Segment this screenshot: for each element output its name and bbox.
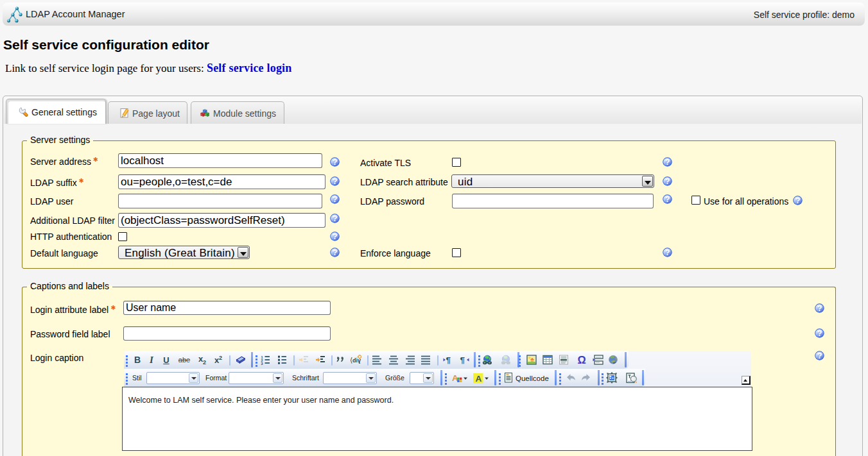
svg-text:¶: ¶ — [460, 355, 465, 365]
svg-text:?: ? — [817, 351, 822, 360]
svg-text:?: ? — [817, 329, 822, 338]
svg-text:?: ? — [665, 177, 670, 186]
svg-text:?: ? — [333, 195, 338, 204]
svg-text:?: ? — [333, 214, 338, 223]
svg-text:3: 3 — [261, 362, 263, 366]
svg-text:?: ? — [665, 248, 670, 257]
svg-text:¶: ¶ — [446, 355, 451, 365]
svg-text:A: A — [476, 373, 482, 383]
svg-text:div: div — [352, 357, 361, 364]
svg-text:?: ? — [333, 232, 338, 241]
svg-text:?: ? — [817, 304, 822, 313]
svg-text:Quellcode: Quellcode — [516, 375, 549, 382]
svg-text:?: ? — [333, 158, 338, 167]
svg-text:?: ? — [333, 248, 338, 257]
svg-text:?: ? — [333, 177, 338, 186]
svg-text:?: ? — [795, 196, 801, 205]
svg-text:?: ? — [665, 195, 670, 204]
svg-text:?: ? — [665, 158, 670, 167]
